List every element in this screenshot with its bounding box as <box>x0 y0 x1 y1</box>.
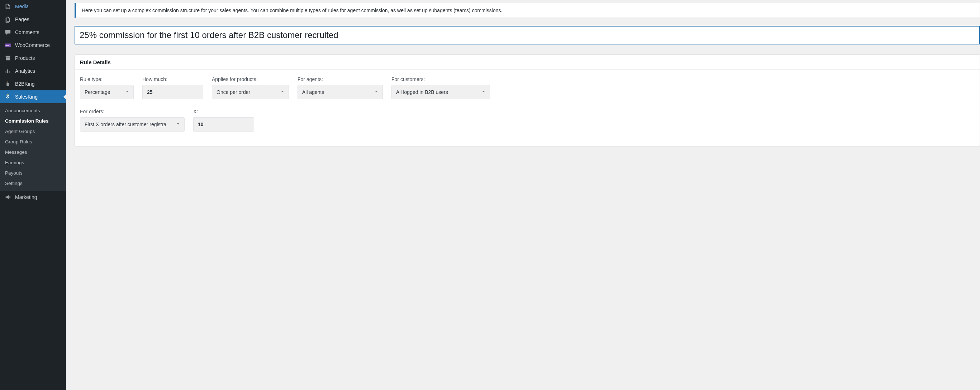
submenu-item-announcements[interactable]: Announcements <box>0 105 66 116</box>
field-how-much: How much: <box>142 76 203 99</box>
sidebar-item-label: Marketing <box>15 194 37 200</box>
agents-select[interactable]: All agents <box>298 85 383 99</box>
sidebar-item-label: SalesKing <box>15 94 38 100</box>
comment-icon <box>4 29 11 36</box>
applies-select[interactable]: Once per order <box>212 85 289 99</box>
how-much-input[interactable] <box>142 85 203 99</box>
for-orders-select[interactable]: First X orders after customer registra <box>80 117 185 132</box>
sidebar-item-label: Analytics <box>15 68 35 74</box>
field-label: For agents: <box>298 76 383 82</box>
select-value: First X orders after customer registra <box>84 121 166 127</box>
main-content: Here you can set up a complex commission… <box>66 0 980 390</box>
sidebar-item-marketing[interactable]: Marketing <box>0 191 66 204</box>
field-label: Rule type: <box>80 76 134 82</box>
field-label: How much: <box>142 76 203 82</box>
select-value: Once per order <box>216 89 250 95</box>
select-value: Percentage <box>84 89 110 95</box>
field-label: For customers: <box>391 76 490 82</box>
sidebar-item-media[interactable]: Media <box>0 0 66 13</box>
chevron-down-icon <box>125 89 130 96</box>
sidebar-item-label: Comments <box>15 29 40 35</box>
woocommerce-icon: woo <box>4 41 11 49</box>
sidebar-item-b2bking[interactable]: B2BKing <box>0 77 66 90</box>
field-label: For orders: <box>80 108 185 115</box>
megaphone-icon <box>4 194 11 201</box>
sidebar-item-label: Pages <box>15 16 29 22</box>
rule-details-panel: Rule Details Rule type: Percentage How m… <box>75 54 980 146</box>
media-icon <box>4 3 11 10</box>
sidebar-item-comments[interactable]: Comments <box>0 26 66 39</box>
field-customers: For customers: All logged in B2B users <box>391 76 490 99</box>
caret-down-icon <box>481 89 486 96</box>
caret-down-icon <box>374 89 379 96</box>
panel-body: Rule type: Percentage How much: Applies … <box>75 70 980 146</box>
b2bking-icon <box>4 80 11 88</box>
page-icon <box>4 16 11 23</box>
x-input[interactable] <box>193 117 254 132</box>
submenu-item-earnings[interactable]: Earnings <box>0 158 66 168</box>
rule-title-input[interactable] <box>75 26 980 45</box>
sidebar-item-label: Products <box>15 55 35 61</box>
caret-down-icon <box>280 89 285 96</box>
submenu-item-payouts[interactable]: Payouts <box>0 168 66 178</box>
panel-heading: Rule Details <box>75 55 980 70</box>
select-value: All agents <box>302 89 324 95</box>
field-agents: For agents: All agents <box>298 76 383 99</box>
rule-type-select[interactable]: Percentage <box>80 85 134 99</box>
sidebar-item-label: B2BKing <box>15 81 34 87</box>
customers-select[interactable]: All logged in B2B users <box>391 85 490 99</box>
admin-sidebar: Media Pages Comments woo WooCommerce Pro… <box>0 0 66 390</box>
field-orders: For orders: First X orders after custome… <box>80 108 185 132</box>
salesking-icon <box>4 93 11 100</box>
archive-icon <box>4 54 11 62</box>
sidebar-item-pages[interactable]: Pages <box>0 13 66 26</box>
submenu-item-group-rules[interactable]: Group Rules <box>0 137 66 147</box>
field-label: Applies for products: <box>212 76 289 82</box>
field-label: X: <box>193 108 254 115</box>
field-x: X: <box>193 108 254 132</box>
sidebar-item-label: WooCommerce <box>15 42 50 48</box>
submenu-item-messages[interactable]: Messages <box>0 147 66 158</box>
chevron-down-icon <box>176 121 181 127</box>
chart-icon <box>4 67 11 75</box>
info-banner: Here you can set up a complex commission… <box>75 3 980 18</box>
field-rule-type: Rule type: Percentage <box>80 76 134 99</box>
salesking-submenu: Announcements Commission Rules Agent Gro… <box>0 103 66 191</box>
svg-point-0 <box>6 7 7 8</box>
info-banner-text: Here you can set up a complex commission… <box>82 8 502 13</box>
sidebar-item-woocommerce[interactable]: woo WooCommerce <box>0 39 66 52</box>
field-applies: Applies for products: Once per order <box>212 76 289 99</box>
svg-point-2 <box>9 7 9 8</box>
submenu-item-commission-rules[interactable]: Commission Rules <box>0 116 66 126</box>
field-row-2: For orders: First X orders after custome… <box>80 108 975 132</box>
sidebar-item-label: Media <box>15 3 29 9</box>
svg-text:woo: woo <box>5 44 9 46</box>
submenu-item-settings[interactable]: Settings <box>0 178 66 189</box>
submenu-item-agent-groups[interactable]: Agent Groups <box>0 126 66 137</box>
sidebar-item-analytics[interactable]: Analytics <box>0 65 66 77</box>
sidebar-item-salesking[interactable]: SalesKing <box>0 90 66 103</box>
svg-point-1 <box>8 7 8 8</box>
sidebar-item-products[interactable]: Products <box>0 52 66 65</box>
select-value: All logged in B2B users <box>396 89 448 95</box>
field-row-1: Rule type: Percentage How much: Applies … <box>80 76 975 99</box>
